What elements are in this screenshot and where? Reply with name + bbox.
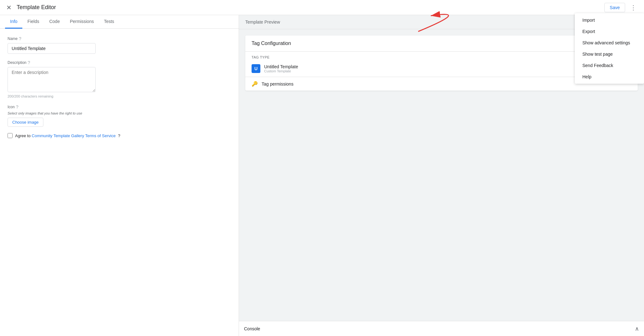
icon-hint: Select only images that you have the rig… [8, 111, 231, 115]
description-label: Description ? [8, 60, 231, 65]
agree-checkbox[interactable] [8, 133, 13, 138]
char-count: 200/200 characters remaining [8, 94, 231, 98]
menu-item-export[interactable]: Export [575, 26, 644, 37]
terms-of-service-link[interactable]: Community Template Gallery Terms of Serv… [32, 133, 116, 138]
more-button[interactable]: ⋮ [628, 3, 639, 13]
key-icon: 🔑 [252, 81, 258, 87]
terms-help-icon[interactable]: ? [118, 133, 120, 138]
form-area: Name ? Description ? 200/200 characters … [0, 29, 239, 336]
agree-text: Agree to Community Template Gallery Term… [15, 133, 120, 138]
main-layout: Info Fields Code Permissions Tests Name … [0, 15, 644, 336]
description-input[interactable] [8, 67, 96, 92]
name-field-group: Name ? [8, 36, 231, 54]
tab-permissions[interactable]: Permissions [65, 15, 99, 29]
tag-permissions-label: Tag permissions [262, 81, 293, 87]
save-button[interactable]: Save [604, 3, 625, 12]
tab-fields[interactable]: Fields [22, 15, 44, 29]
tab-code[interactable]: Code [44, 15, 65, 29]
top-bar: ✕ Template Editor Save ⋮ [0, 0, 644, 15]
close-button[interactable]: ✕ [5, 3, 13, 13]
tag-type-sub: Custom Template [264, 69, 298, 73]
page-title: Template Editor [17, 4, 56, 11]
tag-icon: U [252, 64, 260, 73]
tab-tests[interactable]: Tests [99, 15, 119, 29]
description-help-icon[interactable]: ? [28, 60, 30, 65]
name-input[interactable] [8, 43, 96, 54]
name-label: Name ? [8, 36, 231, 41]
icon-field-group: Icon ? Select only images that you have … [8, 104, 231, 127]
icon-label: Icon ? [8, 104, 231, 109]
left-panel: Info Fields Code Permissions Tests Name … [0, 15, 239, 336]
tag-type-name: Untitled Template [264, 64, 298, 69]
console-label: Console [244, 326, 260, 331]
tag-type-info: Untitled Template Custom Template [264, 64, 298, 73]
menu-item-show-advanced[interactable]: Show advanced settings [575, 37, 644, 48]
menu-item-send-feedback[interactable]: Send Feedback [575, 60, 644, 71]
console-bar: Console ∧ [239, 321, 644, 336]
top-bar-left: ✕ Template Editor [5, 3, 56, 13]
icon-help-icon[interactable]: ? [16, 104, 19, 109]
menu-item-help[interactable]: Help [575, 71, 644, 82]
menu-item-show-test[interactable]: Show test page [575, 48, 644, 60]
description-field-group: Description ? 200/200 characters remaini… [8, 60, 231, 98]
agree-row: Agree to Community Template Gallery Term… [8, 133, 231, 138]
dropdown-menu: Import Export Show advanced settings Sho… [575, 13, 644, 84]
menu-item-import[interactable]: Import [575, 14, 644, 26]
top-bar-right: Save ⋮ [604, 3, 639, 13]
choose-image-button[interactable]: Choose image [8, 118, 43, 127]
tab-info[interactable]: Info [5, 15, 22, 29]
console-collapse-button[interactable]: ∧ [635, 325, 639, 332]
tabs: Info Fields Code Permissions Tests [0, 15, 239, 29]
name-help-icon[interactable]: ? [19, 36, 21, 41]
